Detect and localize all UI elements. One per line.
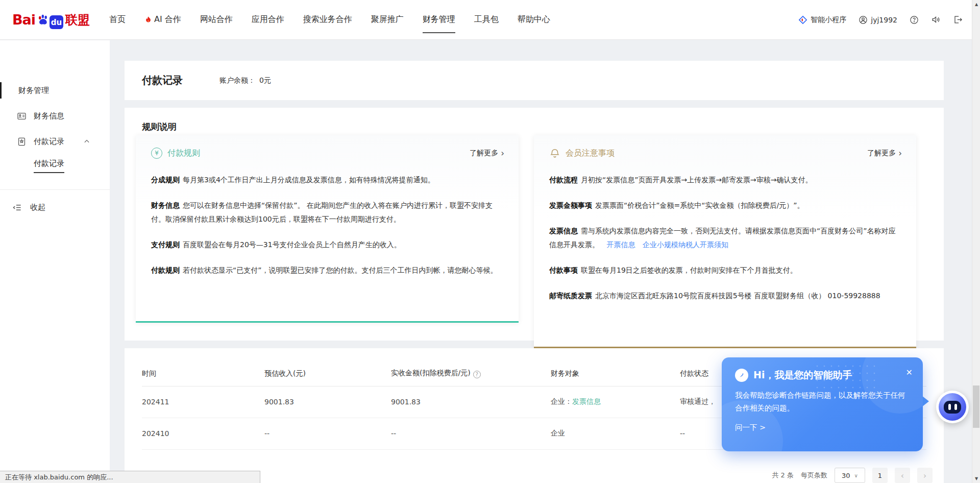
rule-paragraph: 支付规则百度联盟会在每月20号—31号支付企业会员上个自然月产生的收入。 — [151, 238, 504, 252]
topbar: Bai du 联盟 首页 AI 合作 — [0, 0, 980, 40]
mini-program-diamond-icon — [798, 15, 807, 25]
nav-item-screen-promo[interactable]: 聚屏推广 — [371, 0, 404, 40]
main-nav: 首页 AI 合作 网站合作 应用合作 搜索业务合作 聚屏推广 财务管理 — [109, 0, 550, 40]
member-notes-body: 付款流程月初按“发票信息”页面开具发票→上传发票→邮寄发票→审核→确认支付。 发… — [549, 173, 902, 303]
payment-rules-more-link[interactable]: 了解更多 › — [470, 149, 504, 158]
pagination: 共 2 条 每页条数 30 ∨ 1 ‹ › — [772, 468, 933, 483]
payment-rules-body: 分成规则每月第3或4个工作日产出上月分成信息及发票信息，如有特殊情况将提前通知。… — [151, 173, 504, 277]
flame-icon — [144, 15, 152, 24]
sidebar-item-finance-info[interactable]: 财务信息 — [0, 107, 110, 125]
coin-icon: ¥ — [151, 148, 162, 159]
cell-actual: -- — [391, 418, 551, 449]
sidebar-subitem-payment-records[interactable]: 付款记录 — [0, 157, 110, 175]
assistant-icon — [735, 369, 748, 382]
member-notes-more-link[interactable]: 了解更多 › — [867, 149, 902, 158]
invoice-info-link[interactable]: 开票信息 — [606, 240, 635, 249]
page-number-button[interactable]: 1 — [872, 468, 888, 483]
nav-item-help-center[interactable]: 帮助中心 — [518, 0, 550, 40]
page-header-card: 付款记录 账户余额： 0元 — [125, 61, 944, 100]
page-size-select[interactable]: 30 ∨ — [835, 468, 865, 483]
member-notes-header: 会员注意事项 了解更多 › — [549, 148, 902, 159]
rules-section-title: 规则说明 — [142, 121, 944, 133]
sidebar-item-payment-records[interactable]: 付款记录 — [0, 132, 110, 151]
status-text: 正在等待 xlab.baidu.com 的响应... — [5, 473, 113, 482]
bell-icon — [549, 148, 560, 159]
robot-avatar — [939, 393, 966, 421]
scroll-up-arrow[interactable]: ▲ — [972, 0, 980, 9]
chevron-right-icon: › — [501, 149, 504, 158]
nav-item-app[interactable]: 应用合作 — [252, 0, 284, 40]
cell-estimated: 9001.83 — [264, 386, 391, 418]
close-icon[interactable]: ✕ — [906, 368, 913, 377]
scroll-down-arrow[interactable]: ▼ — [972, 474, 980, 483]
robot-eye — [948, 404, 951, 410]
baidu-paw-icon — [36, 13, 51, 27]
sidebar-section-finance[interactable]: 财务管理 — [0, 81, 110, 100]
payment-rules-title: 付款规则 — [167, 148, 200, 159]
next-page-button[interactable]: › — [917, 468, 933, 483]
rule-paragraph: 付款事项联盟在每月19日之后签收的发票，付款时间安排在下个月首批支付。 — [549, 263, 902, 277]
sidebar-divider — [0, 189, 110, 190]
rule-paragraph: 付款流程月初按“发票信息”页面开具发票→上传发票→邮寄发票→审核→确认支付。 — [549, 173, 902, 187]
nav-item-website[interactable]: 网站合作 — [200, 0, 233, 40]
scrollbar-thumb[interactable] — [973, 385, 979, 428]
invoice-info-row-link[interactable]: 发票信息 — [572, 397, 601, 405]
rule-paragraph: 分成规则每月第3或4个工作日产出上月分成信息及发票信息，如有特殊情况将提前通知。 — [151, 173, 504, 187]
payment-rules-header: ¥ 付款规则 了解更多 › — [151, 148, 504, 159]
nav-item-home[interactable]: 首页 — [109, 0, 126, 40]
sound-button[interactable] — [931, 15, 941, 25]
nav-item-finance[interactable]: 财务管理 — [423, 0, 455, 40]
prev-page-button[interactable]: ‹ — [895, 468, 910, 483]
sidebar-collapse-button[interactable]: 收起 — [0, 198, 110, 216]
assistant-ask-link[interactable]: 问一下 > — [722, 415, 923, 432]
baidu-union-logo[interactable]: Bai du 联盟 — [12, 10, 90, 29]
id-card-icon — [17, 111, 27, 121]
cell-finance-target: 企业 — [551, 418, 680, 449]
logo-union-text: 联盟 — [65, 12, 90, 28]
actual-amount-help-icon[interactable]: ? — [473, 371, 481, 378]
payment-rules-box: ¥ 付款规则 了解更多 › 分成规则每月第3或4个工作日产出上月分成信息及发票信… — [136, 135, 519, 323]
rule-paragraph: 发票信息需与系统内发票信息内容完全一致，否则无法支付。请根据发票信息页面中“百度… — [549, 224, 902, 252]
sidebar: 财务管理 财务信息 付款记录 付款记录 收起 — [0, 40, 110, 483]
cell-estimated: -- — [264, 418, 391, 449]
cell-actual: 9001.83 — [391, 386, 551, 418]
small-taxpayer-notice-link[interactable]: 企业小规模纳税人开票须知 — [643, 240, 728, 249]
chevron-down-icon: ∨ — [854, 473, 858, 478]
col-header-actual: 实收金额(扣除税费后/元)? — [391, 361, 551, 386]
logo-bai-text: Bai — [12, 12, 35, 28]
browser-status-bar: 正在等待 xlab.baidu.com 的响应... — [0, 471, 260, 483]
member-notes-box: 会员注意事项 了解更多 › 付款流程月初按“发票信息”页面开具发票→上传发票→邮… — [534, 135, 916, 348]
rules-card: 规则说明 ¥ 付款规则 了解更多 › 分成规则每月第3或4个工作日产出上月分成信… — [125, 108, 944, 341]
collapse-icon — [12, 203, 22, 212]
col-header-estimated: 预估收入(元) — [264, 361, 391, 386]
chevron-up-icon[interactable] — [83, 138, 90, 145]
rule-paragraph: 发票金额事项发票票面“价税合计”金额=系统中“实收金额（扣除税费后/元）”。 — [549, 199, 902, 212]
user-account[interactable]: jyj1992 — [859, 15, 897, 25]
page-title: 付款记录 — [142, 74, 183, 87]
cell-time: 202410 — [142, 418, 264, 449]
account-balance: 账户余额： 0元 — [219, 76, 271, 85]
help-icon — [910, 15, 919, 25]
nav-item-search-business[interactable]: 搜索业务合作 — [303, 0, 352, 40]
balance-value: 0元 — [259, 76, 271, 85]
assistant-robot-button[interactable] — [936, 391, 969, 423]
user-icon — [859, 15, 868, 25]
speaker-icon — [931, 15, 941, 25]
help-button[interactable] — [910, 15, 919, 25]
nav-item-toolkit[interactable]: 工具包 — [474, 0, 499, 40]
member-notes-title: 会员注意事项 — [566, 148, 615, 159]
mini-program-link[interactable]: 智能小程序 — [798, 15, 846, 25]
logout-button[interactable] — [953, 15, 963, 25]
cell-finance-target: 企业：发票信息 — [551, 386, 680, 418]
rule-paragraph: 付款规则若付款状态显示“已支付”，说明联盟已安排了您的付款。支付后三个工作日内到… — [151, 263, 504, 277]
nav-item-ai[interactable]: AI 合作 — [144, 0, 181, 40]
logo-du-text: du — [50, 15, 63, 29]
pagination-per-page-label: 每页条数 — [801, 471, 827, 480]
assistant-popup-arrow — [922, 396, 929, 407]
assistant-popup: Hi，我是您的智能助手 ✕ 我会帮助您诊断合作链路问题，以及解答您关于任何合作相… — [722, 357, 923, 451]
vertical-scrollbar[interactable]: ▲ ▼ — [972, 0, 980, 483]
assistant-message: 我会帮助您诊断合作链路问题，以及解答您关于任何合作相关的问题。 — [722, 382, 923, 415]
assistant-title: Hi，我是您的智能助手 — [753, 369, 852, 382]
balance-label: 账户余额： — [219, 76, 255, 85]
logout-icon — [953, 15, 963, 25]
